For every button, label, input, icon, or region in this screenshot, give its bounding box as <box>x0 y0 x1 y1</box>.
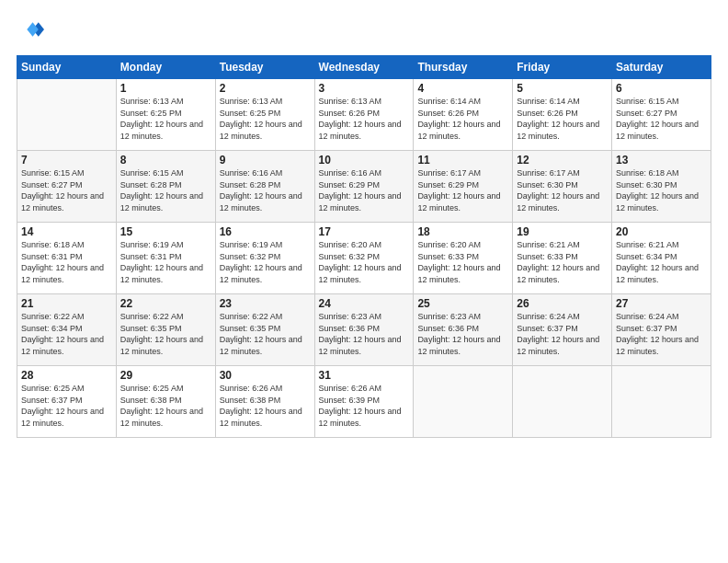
day-number: 25 <box>417 297 508 310</box>
calendar-cell: 5Sunrise: 6:14 AMSunset: 6:26 PMDaylight… <box>513 79 612 151</box>
calendar-cell: 11Sunrise: 6:17 AMSunset: 6:29 PMDayligh… <box>414 151 513 223</box>
calendar-cell: 6Sunrise: 6:15 AMSunset: 6:27 PMDaylight… <box>612 79 711 151</box>
day-number: 20 <box>616 225 707 238</box>
day-number: 7 <box>21 154 112 167</box>
calendar-cell: 4Sunrise: 6:14 AMSunset: 6:26 PMDaylight… <box>414 79 513 151</box>
header-cell-wednesday: Wednesday <box>314 56 414 79</box>
logo <box>17 17 48 46</box>
calendar-week-1: 1Sunrise: 6:13 AMSunset: 6:25 PMDaylight… <box>17 79 711 151</box>
calendar-cell: 22Sunrise: 6:22 AMSunset: 6:35 PMDayligh… <box>116 294 215 366</box>
cell-info: Sunrise: 6:25 AMSunset: 6:38 PMDaylight:… <box>120 384 203 428</box>
calendar-cell: 2Sunrise: 6:13 AMSunset: 6:25 PMDaylight… <box>215 79 314 151</box>
cell-info: Sunrise: 6:16 AMSunset: 6:29 PMDaylight:… <box>319 168 402 213</box>
day-number: 23 <box>220 297 311 310</box>
cell-info: Sunrise: 6:22 AMSunset: 6:34 PMDaylight:… <box>21 312 104 356</box>
calendar-cell: 21Sunrise: 6:22 AMSunset: 6:34 PMDayligh… <box>17 294 117 366</box>
calendar-cell: 7Sunrise: 6:15 AMSunset: 6:27 PMDaylight… <box>17 151 117 223</box>
day-number: 1 <box>120 82 211 95</box>
cell-info: Sunrise: 6:14 AMSunset: 6:26 PMDaylight:… <box>417 97 500 141</box>
day-number: 2 <box>220 82 311 95</box>
day-number: 13 <box>616 154 707 167</box>
day-number: 31 <box>319 369 410 382</box>
page: SundayMondayTuesdayWednesdayThursdayFrid… <box>0 0 728 563</box>
cell-info: Sunrise: 6:25 AMSunset: 6:37 PMDaylight:… <box>21 384 104 428</box>
day-number: 8 <box>120 154 211 167</box>
day-number: 24 <box>319 297 410 310</box>
cell-info: Sunrise: 6:13 AMSunset: 6:25 PMDaylight:… <box>220 97 302 141</box>
cell-info: Sunrise: 6:19 AMSunset: 6:31 PMDaylight:… <box>120 240 203 284</box>
header-cell-saturday: Saturday <box>612 56 711 79</box>
calendar-cell <box>612 366 711 438</box>
calendar-cell <box>17 79 117 151</box>
calendar-cell: 3Sunrise: 6:13 AMSunset: 6:26 PMDaylight… <box>314 79 414 151</box>
day-number: 12 <box>517 154 608 167</box>
day-number: 19 <box>517 225 608 238</box>
calendar-cell: 17Sunrise: 6:20 AMSunset: 6:32 PMDayligh… <box>314 223 414 294</box>
calendar-table: SundayMondayTuesdayWednesdayThursdayFrid… <box>17 55 711 438</box>
day-number: 30 <box>220 369 311 382</box>
day-number: 3 <box>319 82 410 95</box>
cell-info: Sunrise: 6:15 AMSunset: 6:27 PMDaylight:… <box>616 97 699 141</box>
day-number: 26 <box>517 297 608 310</box>
day-number: 17 <box>319 225 410 238</box>
cell-info: Sunrise: 6:26 AMSunset: 6:38 PMDaylight:… <box>220 384 302 428</box>
day-number: 11 <box>417 154 508 167</box>
cell-info: Sunrise: 6:24 AMSunset: 6:37 PMDaylight:… <box>616 312 699 356</box>
calendar-week-3: 14Sunrise: 6:18 AMSunset: 6:31 PMDayligh… <box>17 223 711 294</box>
day-number: 27 <box>616 297 707 310</box>
cell-info: Sunrise: 6:20 AMSunset: 6:32 PMDaylight:… <box>319 240 402 284</box>
cell-info: Sunrise: 6:14 AMSunset: 6:26 PMDaylight:… <box>517 97 599 141</box>
day-number: 9 <box>220 154 311 167</box>
day-number: 29 <box>120 369 211 382</box>
cell-info: Sunrise: 6:15 AMSunset: 6:27 PMDaylight:… <box>21 168 104 213</box>
header-cell-monday: Monday <box>116 56 215 79</box>
header-cell-friday: Friday <box>513 56 612 79</box>
cell-info: Sunrise: 6:26 AMSunset: 6:39 PMDaylight:… <box>319 384 402 428</box>
day-number: 6 <box>616 82 707 95</box>
day-number: 18 <box>417 225 508 238</box>
cell-info: Sunrise: 6:23 AMSunset: 6:36 PMDaylight:… <box>417 312 500 356</box>
cell-info: Sunrise: 6:18 AMSunset: 6:30 PMDaylight:… <box>616 168 699 213</box>
calendar-cell: 20Sunrise: 6:21 AMSunset: 6:34 PMDayligh… <box>612 223 711 294</box>
calendar-cell <box>513 366 612 438</box>
header-cell-thursday: Thursday <box>414 56 513 79</box>
calendar-cell: 19Sunrise: 6:21 AMSunset: 6:33 PMDayligh… <box>513 223 612 294</box>
svg-marker-1 <box>27 22 38 37</box>
cell-info: Sunrise: 6:16 AMSunset: 6:28 PMDaylight:… <box>220 168 302 213</box>
calendar-body: 1Sunrise: 6:13 AMSunset: 6:25 PMDaylight… <box>17 79 711 438</box>
cell-info: Sunrise: 6:17 AMSunset: 6:29 PMDaylight:… <box>417 168 500 213</box>
cell-info: Sunrise: 6:18 AMSunset: 6:31 PMDaylight:… <box>21 240 104 284</box>
day-number: 15 <box>120 225 211 238</box>
cell-info: Sunrise: 6:17 AMSunset: 6:30 PMDaylight:… <box>517 168 599 213</box>
calendar-cell: 28Sunrise: 6:25 AMSunset: 6:37 PMDayligh… <box>17 366 117 438</box>
calendar-cell: 27Sunrise: 6:24 AMSunset: 6:37 PMDayligh… <box>612 294 711 366</box>
day-number: 4 <box>417 82 508 95</box>
logo-icon <box>18 17 44 42</box>
calendar-week-2: 7Sunrise: 6:15 AMSunset: 6:27 PMDaylight… <box>17 151 711 223</box>
cell-info: Sunrise: 6:15 AMSunset: 6:28 PMDaylight:… <box>120 168 203 213</box>
calendar-cell: 13Sunrise: 6:18 AMSunset: 6:30 PMDayligh… <box>612 151 711 223</box>
cell-info: Sunrise: 6:22 AMSunset: 6:35 PMDaylight:… <box>220 312 302 356</box>
cell-info: Sunrise: 6:13 AMSunset: 6:26 PMDaylight:… <box>319 97 402 141</box>
calendar-cell: 18Sunrise: 6:20 AMSunset: 6:33 PMDayligh… <box>414 223 513 294</box>
cell-info: Sunrise: 6:22 AMSunset: 6:35 PMDaylight:… <box>120 312 203 356</box>
calendar-cell: 14Sunrise: 6:18 AMSunset: 6:31 PMDayligh… <box>17 223 117 294</box>
header-cell-tuesday: Tuesday <box>215 56 314 79</box>
day-number: 10 <box>319 154 410 167</box>
calendar-cell: 9Sunrise: 6:16 AMSunset: 6:28 PMDaylight… <box>215 151 314 223</box>
calendar-cell: 30Sunrise: 6:26 AMSunset: 6:38 PMDayligh… <box>215 366 314 438</box>
calendar-cell <box>414 366 513 438</box>
calendar-cell: 12Sunrise: 6:17 AMSunset: 6:30 PMDayligh… <box>513 151 612 223</box>
calendar-cell: 1Sunrise: 6:13 AMSunset: 6:25 PMDaylight… <box>116 79 215 151</box>
cell-info: Sunrise: 6:24 AMSunset: 6:37 PMDaylight:… <box>517 312 599 356</box>
day-number: 16 <box>220 225 311 238</box>
calendar-cell: 10Sunrise: 6:16 AMSunset: 6:29 PMDayligh… <box>314 151 414 223</box>
cell-info: Sunrise: 6:21 AMSunset: 6:34 PMDaylight:… <box>616 240 699 284</box>
calendar-cell: 26Sunrise: 6:24 AMSunset: 6:37 PMDayligh… <box>513 294 612 366</box>
calendar-cell: 15Sunrise: 6:19 AMSunset: 6:31 PMDayligh… <box>116 223 215 294</box>
cell-info: Sunrise: 6:20 AMSunset: 6:33 PMDaylight:… <box>417 240 500 284</box>
calendar-header-row: SundayMondayTuesdayWednesdayThursdayFrid… <box>17 56 711 79</box>
calendar-cell: 29Sunrise: 6:25 AMSunset: 6:38 PMDayligh… <box>116 366 215 438</box>
day-number: 14 <box>21 225 112 238</box>
day-number: 28 <box>21 369 112 382</box>
